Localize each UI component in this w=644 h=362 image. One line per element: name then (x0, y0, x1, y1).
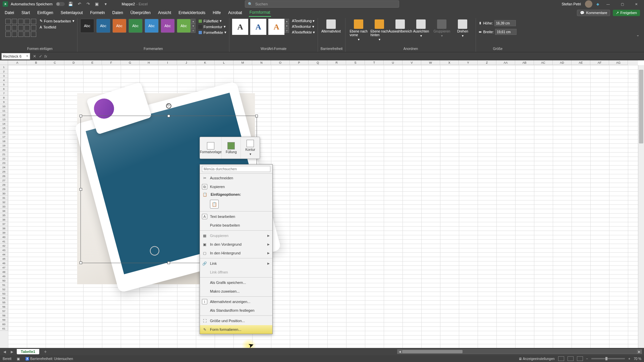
name-box[interactable]: Rechteck 6▼ (1, 53, 30, 60)
row-header[interactable]: 28 (0, 183, 8, 187)
accept-formula-icon[interactable]: ✓ (39, 54, 42, 59)
user-avatar[interactable] (585, 0, 592, 8)
column-header[interactable]: X (440, 60, 459, 65)
column-header[interactable]: C (46, 60, 64, 65)
row-header[interactable]: 50 (0, 279, 8, 283)
maximize-button[interactable]: ▢ (617, 1, 627, 7)
tab-insert[interactable]: Einfügen (37, 9, 54, 16)
menu-search-input[interactable] (202, 166, 270, 172)
shape-outline-button[interactable]: Formkontur ▾ (198, 24, 227, 29)
row-header[interactable]: 47 (0, 265, 8, 270)
row-header[interactable]: 49 (0, 274, 8, 279)
column-header[interactable]: O (271, 60, 290, 65)
shape-effects-button[interactable]: Formeffekte ▾ (198, 30, 227, 35)
scrollbar-thumb[interactable] (402, 350, 463, 353)
row-header[interactable]: 33 (0, 204, 8, 209)
row-header[interactable]: 1 (0, 65, 8, 69)
row-header[interactable]: 27 (0, 178, 8, 183)
style-thumbnail[interactable]: Abc (161, 19, 175, 33)
rotate-button[interactable]: Drehen ▾ (452, 19, 473, 38)
menu-item-set-default[interactable]: Als Standardform festlegen (200, 306, 272, 315)
column-header[interactable]: AE (572, 60, 590, 65)
shape-button[interactable] (24, 25, 30, 31)
view-page-layout-icon[interactable] (568, 356, 574, 361)
zoom-slider[interactable] (591, 358, 625, 359)
row-header[interactable]: 48 (0, 270, 8, 274)
row-header[interactable]: 23 (0, 161, 8, 165)
shape-button[interactable] (24, 19, 30, 24)
row-header[interactable]: 44 (0, 252, 8, 257)
ribbon-collapse-icon[interactable]: ⌄ (634, 32, 641, 38)
column-header[interactable]: Y (459, 60, 478, 65)
text-fill-button[interactable]: ATextfüllung ▾ (292, 19, 315, 23)
column-header[interactable]: AD (553, 60, 572, 65)
scroll-right-icon[interactable]: ▶ (637, 350, 642, 354)
row-header[interactable]: 13 (0, 117, 8, 122)
bring-forward-button[interactable]: Ebene nach vorne ▾ (348, 19, 369, 42)
status-accessibility[interactable]: ♿ Barrierefreiheit: Untersuchen (25, 357, 73, 361)
cancel-formula-icon[interactable]: ✕ (33, 54, 36, 59)
row-header[interactable]: 60 (0, 322, 8, 326)
undo-icon[interactable]: ↶ (77, 1, 82, 7)
paste-option-button[interactable]: 📋 (210, 200, 219, 208)
height-input[interactable] (494, 20, 516, 26)
wordart-thumbnail[interactable]: A (232, 19, 248, 35)
row-header[interactable]: 24 (0, 165, 8, 170)
row-header[interactable]: 42 (0, 244, 8, 248)
row-header[interactable]: 6 (0, 87, 8, 91)
column-header[interactable]: U (384, 60, 402, 65)
zoom-level[interactable]: 70 % (634, 357, 641, 361)
wordart-gallery[interactable]: AAA (232, 19, 284, 35)
shape-button[interactable] (31, 19, 36, 24)
tab-view[interactable]: Ansicht (157, 9, 172, 16)
shape-button[interactable] (5, 32, 11, 37)
shape-button[interactable] (5, 19, 11, 24)
camera-icon[interactable]: ▣ (94, 1, 100, 7)
column-header[interactable]: N (252, 60, 271, 65)
alt-text-button[interactable]: Alternativtext (321, 19, 341, 34)
shape-button[interactable] (12, 32, 17, 37)
column-header[interactable]: G (121, 60, 140, 65)
tab-file[interactable]: Datei (4, 9, 15, 16)
tab-shape-format[interactable]: Formformat (249, 9, 271, 17)
row-header[interactable]: 29 (0, 187, 8, 191)
scrollbar-thumb[interactable] (639, 70, 643, 143)
edit-shape-button[interactable]: ✎Form bearbeiten ▾ (40, 19, 74, 23)
column-header[interactable]: Q (309, 60, 327, 65)
column-header[interactable]: F (102, 60, 121, 65)
tab-formulas[interactable]: Formeln (90, 9, 106, 16)
row-header[interactable]: 19 (0, 143, 8, 148)
shape-button[interactable] (31, 25, 36, 31)
display-settings-button[interactable]: 🖥 Anzeigeeinstellungen (519, 357, 554, 361)
row-header[interactable]: 16 (0, 130, 8, 135)
shape-button[interactable] (31, 32, 36, 37)
column-header[interactable]: Z (478, 60, 496, 65)
row-header[interactable]: 45 (0, 257, 8, 261)
view-normal-icon[interactable] (558, 356, 564, 361)
search-box[interactable]: 🔍 Suchen (245, 0, 399, 8)
column-header[interactable]: B (27, 60, 46, 65)
row-header[interactable]: 43 (0, 248, 8, 252)
autosave-toggle[interactable]: Automatisches Speichern (11, 2, 65, 6)
minimize-button[interactable]: — (603, 1, 613, 7)
gallery-up-icon[interactable]: ▴ (284, 19, 289, 23)
column-header[interactable]: J (177, 60, 196, 65)
horizontal-scrollbar[interactable]: ◀ ▶ (397, 349, 642, 354)
column-header[interactable]: AA (496, 60, 515, 65)
row-header[interactable]: 59 (0, 318, 8, 322)
row-header[interactable]: 32 (0, 200, 8, 204)
column-headers[interactable]: ABCDEFGHIJKLMNOPQRSTUVWXYZAAABACADAEAFAG (8, 60, 638, 65)
mini-fill-button[interactable]: Füllung (222, 137, 241, 159)
quick-access-more-icon[interactable]: ▾ (103, 1, 108, 7)
column-header[interactable]: AB (515, 60, 534, 65)
menu-item-format-shape[interactable]: ✎Form formatieren... (200, 325, 272, 334)
status-macro-icon[interactable]: ▣ (17, 357, 20, 361)
row-header[interactable]: 10 (0, 104, 8, 109)
column-header[interactable]: K (196, 60, 215, 65)
comments-button[interactable]: 💬Kommentare (577, 10, 610, 16)
column-header[interactable]: M (233, 60, 252, 65)
selection-pane-button[interactable]: Auswahlbereich (390, 19, 411, 34)
menu-item-bring-front[interactable]: ▣In den Vordergrund▶ (200, 240, 272, 249)
row-header[interactable]: 12 (0, 113, 8, 117)
tab-nav-prev-icon[interactable]: ◀ (2, 350, 7, 354)
